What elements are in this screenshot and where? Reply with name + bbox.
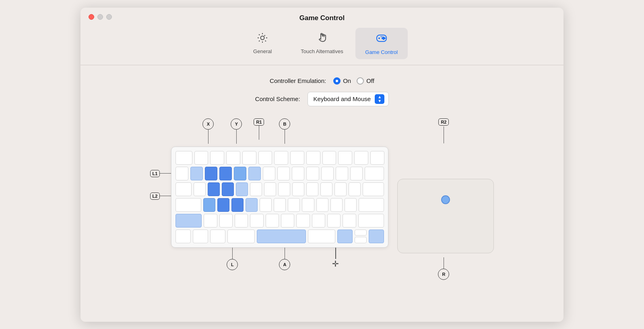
- gear-icon: [256, 32, 268, 46]
- key-e: [222, 182, 234, 196]
- l-badge: L: [227, 259, 238, 270]
- a-vline: [285, 248, 285, 259]
- key-d: [231, 198, 244, 212]
- scheme-arrows-icon: ▲ ▼: [375, 94, 384, 104]
- key-f8: [306, 151, 320, 165]
- traffic-lights: [89, 14, 112, 20]
- key-1: [190, 167, 203, 180]
- l1-badge: L1: [150, 170, 160, 177]
- l-label: L: [227, 248, 238, 270]
- key-row-asdf: [175, 198, 384, 212]
- l1-label-row: L1: [150, 170, 171, 177]
- radio-off-circle[interactable]: [357, 77, 364, 85]
- svg-point-4: [383, 37, 384, 37]
- key-h: [274, 198, 286, 212]
- l2-label-row: L2: [150, 192, 171, 200]
- key-f5: [258, 151, 272, 165]
- controller-emulation-label: Controller Emulation:: [270, 77, 326, 84]
- key-7: [277, 167, 290, 180]
- key-period: [327, 214, 341, 228]
- diagram-area: L1 L2 X: [105, 118, 539, 280]
- key-y: [264, 182, 276, 196]
- key-tab: [175, 182, 191, 196]
- scheme-select-value: Keyboard and Mouse: [314, 95, 371, 102]
- key-up: [355, 230, 367, 236]
- key-rcmd: [308, 230, 335, 243]
- key-lbracket: [334, 182, 347, 196]
- key-l: [316, 198, 328, 212]
- x-vline: [208, 130, 209, 144]
- x-badge: X: [202, 118, 214, 130]
- key-rbracket: [349, 182, 361, 196]
- key-row-zxcv: [175, 214, 384, 228]
- r2-badge: R2: [438, 118, 449, 126]
- key-lcmd: [227, 230, 255, 243]
- r-label-area: R: [438, 257, 449, 280]
- key-row-bottom: [175, 230, 384, 243]
- toolbar: General Touch Alternatives: [80, 20, 564, 59]
- radio-on-circle[interactable]: [333, 77, 341, 85]
- key-x: [219, 214, 233, 228]
- key-f3: [226, 151, 240, 165]
- y-vline: [236, 130, 237, 144]
- full-layout: L1 L2 X: [150, 118, 494, 280]
- key-0: [321, 167, 334, 180]
- key-g: [260, 198, 272, 212]
- key-esc: [175, 151, 192, 165]
- key-f2: [210, 151, 224, 165]
- window-title: Game Control: [299, 14, 345, 22]
- r1-label: R1: [254, 118, 264, 140]
- titlebar: Game Control: [80, 8, 564, 20]
- svg-point-7: [382, 37, 383, 38]
- key-comma: [312, 214, 325, 228]
- key-f1: [194, 151, 208, 165]
- key-b: [266, 214, 279, 228]
- tab-general[interactable]: General: [236, 28, 289, 59]
- tab-gamecontrol[interactable]: Game Control: [355, 28, 408, 59]
- dpad-label: ✛: [332, 248, 339, 269]
- key-f6: [274, 151, 288, 165]
- control-scheme-select[interactable]: Keyboard and Mouse ▲ ▼: [308, 92, 389, 106]
- maximize-button[interactable]: [106, 14, 112, 20]
- b-label: B: [279, 118, 290, 144]
- below-labels-area: L A ✛: [171, 248, 388, 280]
- left-side-labels: L1 L2: [150, 118, 171, 200]
- above-labels-area: X Y R1: [171, 118, 388, 147]
- dpad-icon: ✛: [332, 259, 339, 269]
- center-block: X Y R1: [171, 118, 388, 280]
- radio-off[interactable]: Off: [357, 77, 374, 85]
- close-button[interactable]: [89, 14, 94, 20]
- controller-emulation-row: Controller Emulation: On Off: [105, 77, 539, 85]
- key-return: [359, 198, 384, 212]
- radio-on-label: On: [343, 77, 351, 84]
- key-2: [205, 167, 217, 180]
- content-area: Controller Emulation: On Off Control Sch…: [80, 65, 564, 292]
- key-rshift: [358, 214, 384, 228]
- key-6: [263, 167, 275, 180]
- r-badge: R: [438, 269, 449, 280]
- hand-icon: [316, 32, 328, 46]
- r2-label-area: R2: [438, 118, 449, 147]
- key-9: [306, 167, 319, 180]
- radio-group-emulation: On Off: [333, 77, 374, 85]
- l2-line: [160, 196, 171, 197]
- minimize-button[interactable]: [97, 14, 103, 20]
- key-backslash: [363, 182, 384, 196]
- tab-gamecontrol-label: Game Control: [365, 49, 398, 55]
- key-minus: [336, 167, 348, 180]
- key-ctrl: [193, 230, 208, 243]
- svg-point-6: [383, 38, 384, 39]
- l1-line: [160, 173, 171, 174]
- tab-touch-label: Touch Alternatives: [301, 48, 343, 54]
- key-s: [217, 198, 229, 212]
- b-vline: [285, 130, 285, 144]
- key-8: [292, 167, 304, 180]
- radio-on[interactable]: On: [333, 77, 351, 85]
- key-slash: [343, 214, 356, 228]
- key-m: [296, 214, 310, 228]
- key-i: [292, 182, 304, 196]
- key-row-numbers: [175, 167, 384, 180]
- tab-touch[interactable]: Touch Alternatives: [292, 28, 352, 59]
- r2-vline: [444, 126, 444, 143]
- gamepad-icon: [375, 32, 388, 47]
